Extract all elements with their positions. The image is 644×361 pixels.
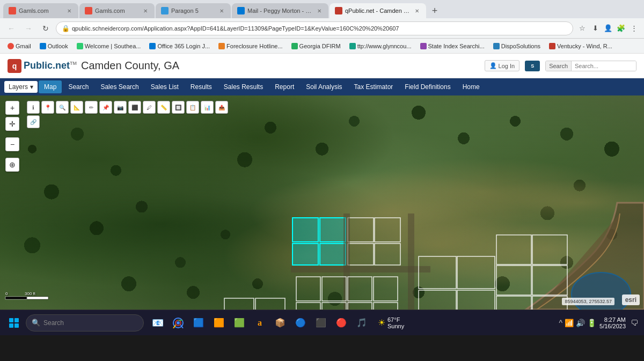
- tab-close-5[interactable]: ✕: [413, 7, 421, 14]
- tab-close-1[interactable]: ✕: [65, 7, 73, 14]
- taskbar-icon-app2[interactable]: 🟧: [209, 313, 229, 333]
- map-tool-line[interactable]: 📏: [157, 101, 170, 114]
- taskbar-icon-amazon[interactable]: a: [250, 313, 269, 333]
- network-icon[interactable]: 📶: [565, 319, 574, 327]
- taskbar-icon-app6[interactable]: 🔴: [332, 313, 351, 333]
- parcel-c6[interactable]: [322, 303, 346, 310]
- taskbar-icon-mail[interactable]: 📧: [148, 313, 167, 333]
- profile-icon[interactable]: 👤: [602, 23, 614, 34]
- bookmark-georgia-dfirm[interactable]: Georgia DFIRM: [288, 42, 344, 50]
- taskbar-search-bar[interactable]: 🔍 Search: [26, 314, 144, 331]
- taskbar-icon-app5[interactable]: ⬛: [311, 313, 331, 333]
- parcel-9[interactable]: [255, 298, 285, 310]
- nav-sales-search[interactable]: Sales Search: [95, 80, 144, 93]
- map-tool-pen[interactable]: 🖊: [143, 101, 156, 114]
- parcel-r3[interactable]: [419, 290, 456, 310]
- zoom-in-button[interactable]: +: [5, 101, 19, 115]
- taskbar-icon-app4[interactable]: 🔵: [291, 313, 310, 333]
- parcel-c2[interactable]: [322, 277, 346, 301]
- nav-soil-analysis[interactable]: Soil Analysis: [301, 80, 347, 93]
- map-tool-link[interactable]: 🔗: [27, 115, 40, 128]
- map-tool-measure[interactable]: 📐: [70, 101, 83, 114]
- locate-button[interactable]: ⊕: [5, 158, 19, 172]
- download-icon[interactable]: ⬇: [589, 23, 601, 34]
- bookmark-outlook[interactable]: Outlook: [36, 42, 71, 50]
- login-button[interactable]: 👤 Log In: [485, 60, 520, 71]
- tab-1[interactable]: Gamls.com ✕: [3, 3, 78, 18]
- volume-icon[interactable]: 🔊: [576, 319, 585, 327]
- map-tool-camera[interactable]: 📷: [114, 101, 127, 114]
- nav-layers[interactable]: Layers ▾: [4, 81, 38, 93]
- notification-button[interactable]: 🗨: [629, 318, 640, 328]
- map-tool-export[interactable]: 📤: [215, 101, 228, 114]
- parcel-c1[interactable]: [296, 277, 320, 301]
- pan-button[interactable]: ✛: [5, 117, 19, 131]
- parcel-fr2[interactable]: [532, 235, 567, 264]
- map-area[interactable]: 0 300 ft + ✛ − ⊕ ℹ 📍 🔍 📐 ✏ 📌 📷 ⬛ 🖊 📏 🔲 📋…: [0, 95, 644, 310]
- map-tool-clipboard[interactable]: 📋: [186, 101, 199, 114]
- taskbar-clock[interactable]: 8:27 AM 5/16/2023: [599, 316, 626, 329]
- parcel-3[interactable]: [348, 244, 374, 265]
- parcel-c7[interactable]: [348, 303, 372, 310]
- taskbar-icon-app3[interactable]: 🟩: [230, 313, 249, 333]
- bookmark-foreclosure[interactable]: Foreclosure Hotline...: [215, 42, 286, 50]
- map-tool-select[interactable]: ⬛: [128, 101, 141, 114]
- nav-tax-estimator[interactable]: Tax Estimator: [349, 80, 399, 93]
- start-button[interactable]: [4, 313, 24, 333]
- taskbar-icon-app1[interactable]: 🟦: [189, 313, 208, 333]
- bookmark-welcome[interactable]: Welcome | Southea...: [74, 42, 144, 50]
- bookmark-state-index[interactable]: State Index Searchi...: [417, 42, 488, 50]
- forward-button[interactable]: →: [21, 21, 35, 35]
- nav-home[interactable]: Home: [457, 80, 485, 93]
- parcel-fr3[interactable]: [496, 266, 531, 295]
- map-tool-marker[interactable]: 📌: [99, 101, 112, 114]
- parcel-1[interactable]: [348, 218, 374, 242]
- taskbar-icon-app7[interactable]: 🎵: [352, 313, 371, 333]
- map-tool-search[interactable]: 🔍: [56, 101, 69, 114]
- parcel-highlight-2[interactable]: [320, 218, 346, 242]
- chevron-up-icon[interactable]: ^: [559, 319, 562, 327]
- bookmark-glynnco[interactable]: ttp://www.glynncou...: [346, 42, 415, 50]
- map-tool-info[interactable]: ℹ: [27, 101, 40, 114]
- parcel-r4[interactable]: [457, 290, 495, 310]
- map-tool-draw[interactable]: ✏: [85, 101, 98, 114]
- bookmark-ventucky[interactable]: Ventucky - Wind, R...: [546, 42, 616, 50]
- reload-button[interactable]: ↻: [39, 21, 53, 35]
- parcel-r1[interactable]: [419, 256, 456, 289]
- nav-sales-list[interactable]: Sales List: [145, 80, 184, 93]
- menu-icon[interactable]: ⋮: [628, 23, 640, 34]
- parcel-4[interactable]: [375, 244, 400, 265]
- tab-3[interactable]: Paragon 5 ✕: [156, 3, 231, 18]
- tab-close-3[interactable]: ✕: [218, 7, 225, 14]
- parcel-r2[interactable]: [457, 256, 495, 289]
- tab-4[interactable]: Mail - Peggy Morton - Outl... ✕: [232, 3, 328, 18]
- taskbar-icon-chrome[interactable]: [169, 313, 188, 333]
- parcel-fr5[interactable]: [496, 296, 531, 310]
- zoom-out-button[interactable]: −: [5, 137, 19, 151]
- bookmark-dispo[interactable]: DispoSolutions: [490, 42, 544, 50]
- map-tool-rect[interactable]: 🔲: [172, 101, 185, 114]
- taskbar-icon-dropbox[interactable]: 📦: [270, 313, 290, 333]
- parcel-5[interactable]: [224, 298, 254, 310]
- extensions-icon[interactable]: 🧩: [615, 23, 627, 34]
- map-tool-chart[interactable]: 📊: [201, 101, 214, 114]
- tab-5[interactable]: qPublic.net - Camden Coun... ✕: [330, 3, 426, 18]
- nav-field-definitions[interactable]: Field Definitions: [399, 80, 456, 93]
- parcel-c4[interactable]: [374, 277, 398, 301]
- tab-close-2[interactable]: ✕: [142, 7, 149, 14]
- nav-search[interactable]: Search: [63, 80, 94, 93]
- bookmark-gmail[interactable]: Gmail: [4, 42, 34, 50]
- parcel-c8[interactable]: [374, 303, 398, 310]
- bookmark-star[interactable]: ☆: [576, 23, 588, 34]
- parcel-highlight-4[interactable]: [320, 244, 346, 265]
- map-tool-pin[interactable]: 📍: [41, 101, 54, 114]
- parcel-2[interactable]: [375, 218, 400, 242]
- parcel-c3[interactable]: [348, 277, 372, 301]
- nav-map[interactable]: Map: [39, 80, 62, 93]
- back-button[interactable]: ←: [4, 21, 18, 35]
- parcel-highlight-1[interactable]: [292, 218, 318, 242]
- battery-icon[interactable]: 🔋: [587, 319, 596, 327]
- parcel-highlight-3[interactable]: [292, 244, 318, 265]
- nav-report[interactable]: Report: [269, 80, 299, 93]
- tab-close-4[interactable]: ✕: [316, 7, 323, 14]
